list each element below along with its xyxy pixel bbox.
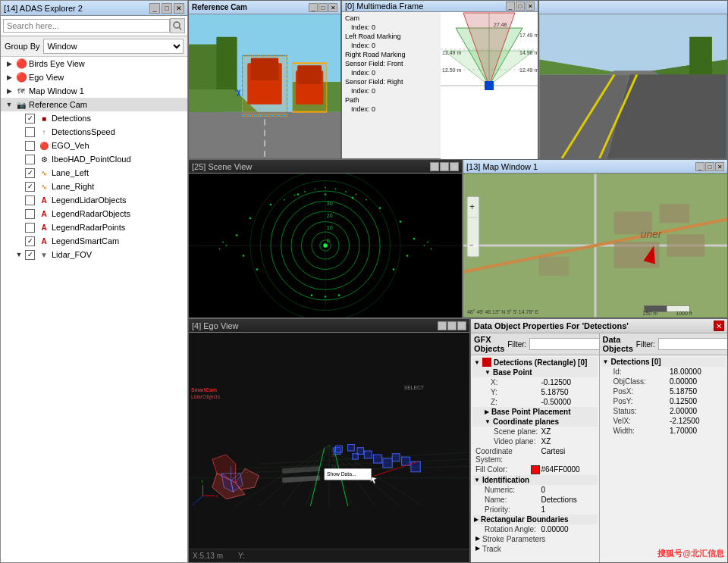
checkbox-lane-left[interactable]: ✓ [25, 168, 35, 178]
adas-explorer-titlebar: [14] ADAS Explorer 2 _ □ ✕ [1, 1, 187, 16]
props-close-button[interactable]: ✕ [714, 321, 724, 331]
svg-point-68 [315, 188, 316, 189]
lidar-scene-svg: 0 10 20 30 [189, 174, 462, 317]
expand-map-window[interactable]: ▶ [5, 86, 14, 95]
ego-status-y: Y: [238, 552, 245, 560]
search-input[interactable] [3, 19, 170, 33]
tree-item-legend-radar[interactable]: A LegendRadarObjects [1, 207, 187, 221]
gfx-rect-boundaries-group[interactable]: ▶ Rectangular Boundaries [472, 515, 598, 524]
tree-item-detections-speed[interactable]: ↑ DetectionsSpeed [1, 125, 187, 139]
mm-item-idx3[interactable]: Index: 0 [344, 86, 439, 95]
ego-view-icon: 🔴 [15, 71, 27, 83]
tree-item-legend-smart[interactable]: ✓ A LegendSmartCam [1, 234, 187, 248]
tree-item-ego-veh[interactable]: 🔴 EGO_Veh [1, 139, 187, 152]
checkbox-legend-lidar[interactable] [25, 195, 35, 205]
data-col-header: Data Objects Filter: [600, 333, 728, 355]
checkbox-legend-radar[interactable] [25, 209, 35, 219]
legend-radar-pts-icon: A [38, 221, 50, 233]
camera-view: ✕ [189, 14, 340, 158]
cam-close[interactable]: ✕ [328, 3, 337, 12]
data-prop-objclass: ObjClass: 0.00000 [601, 377, 726, 386]
sensor-diagram-svg: 27.48 17.49 m 14.98 m 12.49 m 12.50 m 12… [441, 12, 538, 159]
gfx-detections-group[interactable]: ▼ Detections (Rectangle) [0] [472, 357, 598, 368]
checkbox-legend-smart[interactable]: ✓ [25, 236, 35, 246]
checkbox-ego-veh[interactable] [25, 141, 35, 151]
mm-item-sensor-right[interactable]: Sensor Field: Right [344, 77, 439, 86]
checkbox-legend-radar-pts[interactable] [25, 223, 35, 233]
multimedia-maximize[interactable]: □ [516, 2, 525, 11]
tree-item-detections[interactable]: ✓ ■ Detections [1, 111, 187, 125]
cam-minimize[interactable]: _ [309, 3, 318, 12]
group-by-select[interactable]: Window Type Name [43, 39, 184, 54]
gfx-coord-system: Coordinate System: Cartesi [472, 446, 598, 464]
tree-item-ibeo-had[interactable]: ⚙ IbeoHAD_PointCloud [1, 152, 187, 166]
checkbox-lidar-fov[interactable]: ✓ [25, 250, 35, 260]
scene-minimize[interactable]: _ [430, 162, 439, 171]
gfx-base-placement-group[interactable]: ▶ Base Point Placement [472, 407, 598, 417]
multimedia-minimize[interactable]: _ [506, 2, 515, 11]
map-minimize[interactable]: _ [695, 162, 704, 171]
svg-text:27.48: 27.48 [494, 22, 507, 27]
data-prop-posx: PosX: 5.18750 [601, 386, 726, 396]
data-filter-input[interactable] [658, 338, 727, 350]
mm-item-idx4[interactable]: Index: 0 [344, 105, 439, 114]
svg-point-65 [311, 294, 313, 296]
tree-item-lane-right[interactable]: ✓ ∿ Lane_Right [1, 180, 187, 193]
mm-item-right-road[interactable]: Right Road Marking [344, 50, 439, 59]
close-btn[interactable]: ✕ [174, 3, 184, 14]
svg-text:−: − [469, 241, 474, 249]
checkbox-ibeo[interactable] [25, 155, 35, 164]
mm-item-sensor-front[interactable]: Sensor Field: Front [344, 59, 439, 68]
tree-item-ego-view[interactable]: ▶ 🔴 Ego View [1, 70, 187, 84]
detections-icon: ■ [38, 112, 50, 124]
checkbox-lane-right[interactable]: ✓ [25, 182, 35, 192]
gfx-filter-label: Filter: [507, 340, 526, 349]
gfx-coord-planes-group[interactable]: ▼ Coordinate planes [472, 417, 598, 427]
tree-item-ref-cam[interactable]: ▼ 📷 Reference Cam [1, 98, 187, 111]
cam-maximize[interactable]: □ [318, 3, 328, 12]
ego-maximize[interactable]: □ [447, 321, 457, 330]
mm-item-idx2[interactable]: Index: 0 [344, 68, 439, 77]
multimedia-close[interactable]: ✕ [526, 2, 535, 11]
multimedia-panel: [0] Multimedia Frame _ □ ✕ Cam Index: 0 … [341, 0, 538, 159]
map-maximize[interactable]: □ [705, 162, 714, 171]
gfx-prop-x: X: -0.12500 [472, 377, 598, 387]
expand-ego-view[interactable]: ▶ [5, 73, 14, 82]
tree-item-lane-left[interactable]: ✓ ∿ Lane_Left [1, 166, 187, 180]
gfx-filter-input[interactable] [529, 338, 599, 350]
mm-item-cam[interactable]: Cam [344, 14, 439, 23]
gfx-rotation-angle: Rotation Angle: 0.00000 [472, 524, 598, 534]
mm-item-path[interactable]: Path [344, 95, 439, 105]
gfx-objects-col: GFX Objects Filter: ▼ Detections (Rectan… [471, 333, 600, 562]
tree-item-legend-radar-pts[interactable]: A LegendRadarPoints [1, 221, 187, 234]
tree-item-map-window[interactable]: ▶ 🗺 Map Window 1 [1, 84, 187, 98]
checkbox-detections[interactable]: ✓ [25, 114, 35, 124]
search-button[interactable] [170, 18, 185, 33]
data-detections-group[interactable]: ▼ Detections [0] [601, 357, 726, 367]
tree-item-birds-eye[interactable]: ▶ 🔴 Birds Eye View [1, 57, 187, 70]
ego-close[interactable]: ✕ [457, 321, 466, 330]
minimize-btn[interactable]: _ [149, 3, 160, 14]
ego-minimize[interactable]: _ [438, 321, 447, 330]
camera-scene-svg: ✕ [189, 14, 340, 158]
svg-text:12.49 m: 12.49 m [519, 67, 538, 73]
svg-point-60 [236, 234, 238, 236]
multimedia-title: [0] Multimedia Frame [345, 2, 423, 11]
tree-item-lidar-fov[interactable]: ▼ ✓ ▼ Lidar_FOV [1, 248, 187, 261]
expand-ref-cam[interactable]: ▼ [5, 100, 14, 109]
mm-item-left-road[interactable]: Left Road Marking [344, 32, 439, 41]
scene-maximize[interactable]: □ [440, 162, 449, 171]
gfx-identification-group[interactable]: ▼ Identification [472, 475, 598, 485]
scene-close[interactable]: ✕ [450, 162, 459, 171]
gfx-base-point-group[interactable]: ▼ Base Point [472, 368, 598, 377]
mm-item-idx1[interactable]: Index: 0 [344, 41, 439, 50]
mm-item-idx0[interactable]: Index: 0 [344, 23, 439, 32]
expand-lidar-fov[interactable]: ▼ [14, 250, 24, 259]
map-close[interactable]: ✕ [715, 162, 724, 171]
color-swatch [531, 465, 540, 474]
checkbox-det-speed[interactable] [25, 127, 35, 137]
expand-birds-eye[interactable]: ▶ [5, 59, 14, 68]
svg-rect-93 [660, 204, 690, 223]
maximize-btn[interactable]: □ [162, 3, 172, 14]
tree-item-legend-lidar[interactable]: A LegendLidarObjects [1, 193, 187, 207]
